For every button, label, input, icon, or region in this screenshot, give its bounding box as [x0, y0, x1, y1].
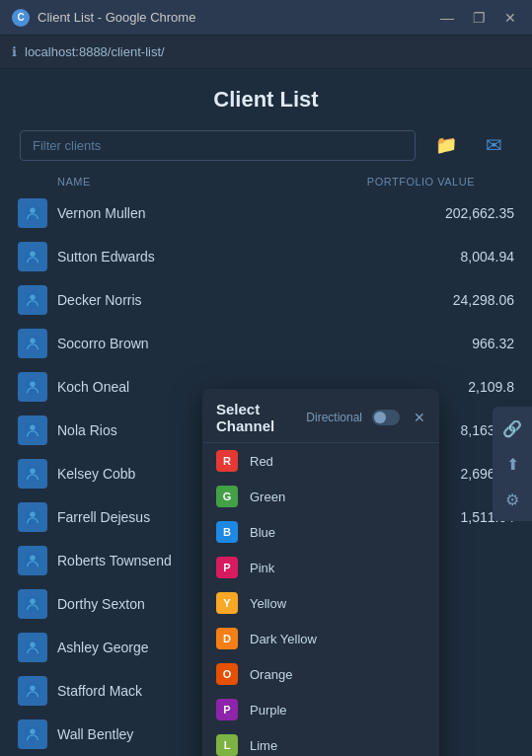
dropdown-header: Select Channel Directional ✕: [202, 389, 439, 443]
channel-item[interactable]: Y Yellow: [202, 585, 439, 621]
client-avatar: [18, 676, 47, 706]
svg-point-19: [30, 599, 35, 604]
channel-item[interactable]: D Dark Yellow: [202, 621, 439, 656]
folder-button[interactable]: 📁: [427, 128, 465, 162]
client-name: Socorro Brown: [57, 336, 416, 351]
table-row[interactable]: Vernon Mullen 202,662.35: [10, 191, 522, 235]
settings-button[interactable]: ⚙: [496, 484, 528, 515]
svg-point-13: [30, 469, 35, 474]
window-controls: — ❐ ✕: [437, 8, 520, 28]
minimize-button[interactable]: —: [437, 8, 457, 28]
client-portfolio-value: 8,004.94: [425, 249, 514, 265]
client-avatar: [18, 589, 47, 619]
folder-icon: 📁: [435, 134, 457, 156]
client-name: Vernon Mullen: [57, 205, 416, 221]
channel-item[interactable]: P Pink: [202, 550, 439, 585]
channel-dot: D: [216, 628, 238, 649]
client-portfolio-value: 202,662.35: [425, 205, 514, 221]
table-row[interactable]: Socorro Brown 966.32: [10, 322, 522, 365]
toolbar-actions: 📁 ✉: [427, 128, 512, 162]
app-container: Client List 📁 ✉ NAME PORTFOLIO VALUE: [0, 69, 532, 756]
mail-button[interactable]: ✉: [475, 128, 512, 162]
browser-icon: C: [12, 9, 30, 27]
svg-point-11: [30, 425, 35, 430]
channel-dot: L: [216, 734, 238, 756]
client-avatar: [18, 719, 47, 749]
client-name: Decker Norris: [57, 292, 416, 308]
channel-item[interactable]: B Blue: [202, 514, 439, 550]
channel-dot: O: [216, 663, 238, 685]
svg-point-25: [30, 729, 35, 734]
page-title: Client List: [20, 87, 512, 113]
svg-point-9: [30, 382, 35, 387]
svg-point-21: [30, 643, 35, 647]
client-portfolio-value: 24,298.06: [425, 292, 514, 308]
link-icon: 🔗: [502, 419, 522, 438]
settings-icon: ⚙: [505, 491, 519, 509]
client-avatar: [18, 198, 47, 228]
client-name: Sutton Edwards: [57, 249, 416, 265]
upload-button[interactable]: ⬆: [496, 448, 528, 480]
svg-point-15: [30, 512, 35, 517]
client-portfolio-value: 966.32: [425, 336, 514, 351]
side-panel: 🔗 ⬆ ⚙: [493, 407, 532, 521]
client-avatar: [18, 502, 47, 532]
client-avatar: [18, 546, 47, 575]
channel-name: Blue: [250, 525, 275, 540]
svg-point-23: [30, 686, 35, 691]
window-title: Client List - Google Chrome: [38, 10, 429, 25]
directional-label: Directional: [306, 411, 362, 424]
client-avatar: [18, 416, 47, 445]
svg-point-3: [30, 252, 35, 257]
client-avatar: [18, 633, 47, 662]
client-avatar: [18, 459, 47, 489]
address-text: localhost:8888/client-list/: [25, 44, 165, 59]
channel-dot: P: [216, 557, 238, 578]
channel-dot: P: [216, 699, 238, 720]
channel-item[interactable]: O Orange: [202, 656, 439, 692]
client-avatar: [18, 242, 47, 271]
dropdown-title: Select Channel: [216, 401, 296, 434]
svg-point-17: [30, 556, 35, 561]
svg-point-7: [30, 339, 35, 343]
channel-item[interactable]: L Lime: [202, 727, 439, 756]
channel-name: Orange: [250, 667, 292, 682]
table-row[interactable]: Sutton Edwards 8,004.94: [10, 235, 522, 278]
channel-name: Purple: [250, 703, 287, 718]
select-channel-dropdown: Select Channel Directional ✕ R Red G Gre…: [202, 389, 439, 756]
restore-button[interactable]: ❐: [469, 8, 489, 28]
channel-item[interactable]: P Purple: [202, 692, 439, 727]
portfolio-column-header: PORTFOLIO VALUE: [367, 176, 475, 188]
channel-name: Dark Yellow: [250, 632, 317, 646]
filter-input[interactable]: [20, 130, 416, 161]
channel-item[interactable]: R Red: [202, 443, 439, 479]
table-row[interactable]: Decker Norris 24,298.06: [10, 278, 522, 322]
channel-dot: Y: [216, 592, 238, 614]
toggle-knob: [374, 412, 386, 423]
svg-point-1: [30, 208, 35, 213]
toolbar: 📁 ✉: [0, 122, 532, 172]
app-header: Client List: [0, 69, 532, 122]
dropdown-close-button[interactable]: ✕: [414, 410, 425, 425]
channel-name: Pink: [250, 561, 274, 575]
client-avatar: [18, 329, 47, 358]
channel-dot: B: [216, 521, 238, 543]
channel-name: Green: [250, 490, 285, 504]
client-avatar: [18, 372, 47, 402]
info-icon: ℹ: [12, 44, 17, 59]
svg-point-5: [30, 295, 35, 300]
close-button[interactable]: ✕: [500, 8, 520, 28]
channel-dot: G: [216, 486, 238, 507]
directional-toggle[interactable]: [372, 410, 400, 425]
title-bar: C Client List - Google Chrome — ❐ ✕: [0, 0, 532, 36]
channel-dot: R: [216, 450, 238, 472]
address-bar: ℹ localhost:8888/client-list/: [0, 36, 532, 69]
mail-icon: ✉: [486, 133, 502, 157]
channel-name: Red: [250, 454, 273, 469]
client-avatar: [18, 285, 47, 315]
channel-item[interactable]: G Green: [202, 479, 439, 514]
link-button[interactable]: 🔗: [496, 413, 528, 444]
channel-name: Yellow: [250, 596, 286, 611]
upload-icon: ⬆: [506, 455, 519, 474]
channel-name: Lime: [250, 738, 277, 753]
